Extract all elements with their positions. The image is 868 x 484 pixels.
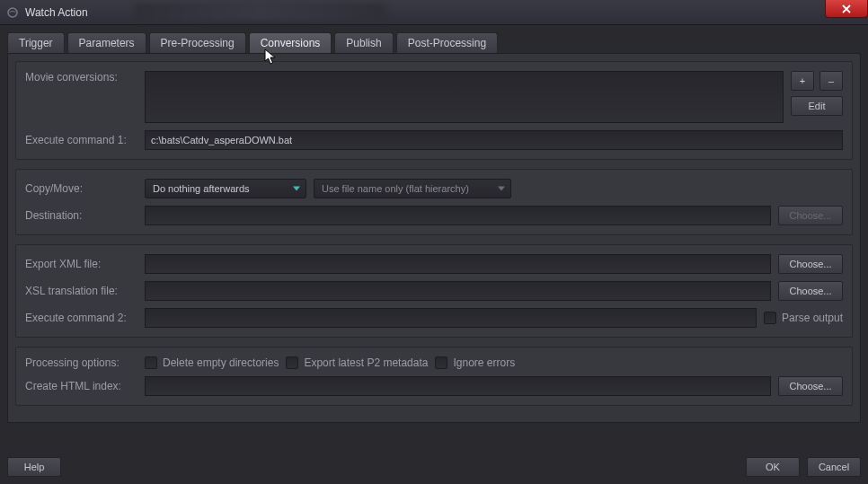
export-xml-label: Export XML file: — [25, 258, 137, 270]
cancel-button[interactable]: Cancel — [807, 457, 861, 477]
hierarchy-value: Use file name only (flat hierarchy) — [322, 183, 469, 194]
group-processing-options: Processing options: Delete empty directo… — [15, 347, 853, 406]
tab-parameters[interactable]: Parameters — [67, 32, 146, 53]
copy-move-label: Copy/Move: — [25, 182, 137, 195]
edit-conversion-button[interactable]: Edit — [791, 96, 843, 116]
group-movie-conversions: Movie conversions: + – Edit Execute comm… — [15, 61, 853, 160]
movie-conversions-list[interactable] — [145, 71, 784, 123]
xsl-label: XSL translation file: — [25, 285, 137, 297]
export-xml-choose-button[interactable]: Choose... — [778, 254, 843, 274]
chevron-down-icon — [293, 187, 300, 191]
dialog-footer: Help OK Cancel — [7, 457, 861, 477]
movie-conversions-label: Movie conversions: — [25, 71, 137, 84]
create-html-choose-button[interactable]: Choose... — [778, 376, 843, 396]
window-title: Watch Action — [25, 6, 88, 19]
group-export: Export XML file: Choose... XSL translati… — [15, 244, 853, 338]
exec-cmd1-input[interactable] — [145, 130, 843, 150]
checkbox-box — [145, 356, 157, 369]
delete-empty-label: Delete empty directories — [163, 356, 279, 369]
chevron-down-icon — [498, 187, 505, 191]
exec-cmd2-input[interactable] — [145, 308, 757, 328]
checkbox-box — [435, 356, 447, 369]
ignore-errors-checkbox[interactable]: Ignore errors — [435, 356, 515, 369]
tab-post-processing[interactable]: Post-Processing — [396, 32, 498, 53]
tab-trigger[interactable]: Trigger — [7, 32, 65, 53]
add-conversion-button[interactable]: + — [791, 71, 814, 91]
tab-pre-processing[interactable]: Pre-Processing — [149, 32, 246, 53]
export-p2-checkbox[interactable]: Export latest P2 metadata — [286, 356, 428, 369]
exec-cmd1-label: Execute command 1: — [25, 134, 137, 146]
ignore-errors-label: Ignore errors — [453, 356, 515, 369]
tab-bar: Trigger Parameters Pre-Processing Conver… — [7, 32, 861, 53]
parse-output-checkbox[interactable]: Parse output — [764, 312, 843, 324]
group-copy-move: Copy/Move: Do nothing afterwards Use fil… — [15, 169, 853, 235]
destination-label: Destination: — [25, 209, 137, 222]
export-xml-input[interactable] — [145, 254, 771, 274]
delete-empty-checkbox[interactable]: Delete empty directories — [145, 356, 279, 369]
close-icon — [842, 4, 851, 13]
processing-options-label: Processing options: — [25, 356, 137, 369]
destination-choose-button[interactable]: Choose... — [778, 206, 843, 225]
export-p2-label: Export latest P2 metadata — [304, 356, 428, 369]
create-html-label: Create HTML index: — [25, 380, 137, 392]
svg-point-0 — [8, 8, 17, 17]
xsl-choose-button[interactable]: Choose... — [778, 281, 843, 301]
app-icon — [5, 5, 20, 20]
xsl-input[interactable] — [145, 281, 771, 301]
destination-input[interactable] — [145, 206, 771, 225]
tab-publish[interactable]: Publish — [334, 32, 393, 53]
remove-conversion-button[interactable]: – — [819, 71, 843, 91]
blurred-background — [135, 4, 386, 20]
titlebar: Watch Action — [0, 0, 868, 25]
help-button[interactable]: Help — [7, 457, 61, 477]
copy-move-select[interactable]: Do nothing afterwards — [145, 179, 306, 198]
copy-move-value: Do nothing afterwards — [153, 183, 250, 194]
create-html-input[interactable] — [145, 376, 771, 396]
checkbox-box — [764, 312, 776, 324]
tab-content: Movie conversions: + – Edit Execute comm… — [7, 53, 861, 423]
parse-output-label: Parse output — [782, 312, 843, 324]
hierarchy-select[interactable]: Use file name only (flat hierarchy) — [314, 179, 511, 198]
tab-conversions[interactable]: Conversions — [249, 32, 332, 53]
window-close-button[interactable] — [825, 0, 868, 18]
ok-button[interactable]: OK — [746, 457, 800, 477]
checkbox-box — [286, 356, 298, 369]
exec-cmd2-label: Execute command 2: — [25, 312, 137, 324]
